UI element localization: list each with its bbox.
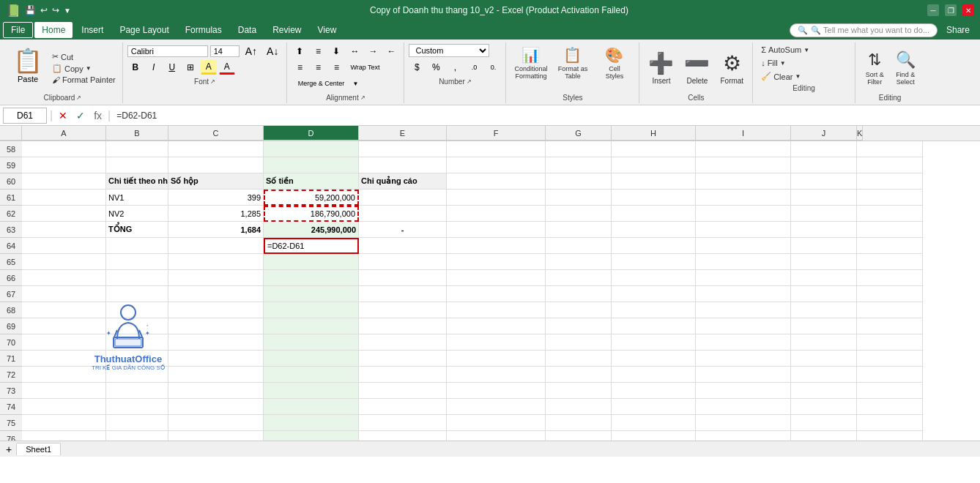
cell-K72[interactable] [857, 367, 923, 383]
underline-button[interactable]: U [164, 60, 180, 75]
cell-K65[interactable] [857, 254, 923, 270]
cell-K66[interactable] [857, 270, 923, 286]
fill-color-button[interactable]: A [201, 60, 217, 75]
cell-F74[interactable] [447, 399, 546, 415]
cell-C71[interactable] [168, 351, 264, 367]
cell-K75[interactable] [857, 415, 923, 431]
cell-H76[interactable] [612, 431, 696, 441]
cell-H64[interactable] [612, 238, 696, 254]
cell-A68[interactable] [22, 302, 106, 318]
cell-I73[interactable] [696, 383, 791, 399]
sheet-tab-sheet1[interactable]: Sheet1 [16, 443, 61, 455]
merge-center-button[interactable]: Merge & Center [292, 76, 350, 91]
cut-button[interactable]: ✂ Cut [50, 51, 118, 62]
cell-C64[interactable] [168, 238, 264, 254]
copy-dropdown-icon[interactable]: ▼ [86, 65, 92, 72]
cell-C68[interactable] [168, 302, 264, 318]
cell-K60[interactable] [857, 173, 923, 190]
col-header-g[interactable]: G [546, 126, 612, 141]
cell-E70[interactable] [359, 334, 447, 351]
cell-C65[interactable] [168, 254, 264, 270]
font-name-input[interactable] [127, 45, 208, 57]
format-painter-button[interactable]: 🖌 Format Painter [50, 75, 118, 85]
cell-H60[interactable] [612, 173, 696, 190]
cell-B76[interactable] [106, 431, 168, 441]
cell-F58[interactable] [447, 141, 546, 157]
minimize-button[interactable]: ─ [927, 4, 939, 16]
conditional-formatting-button[interactable]: 📊 ConditionalFormatting [511, 44, 551, 82]
col-header-h[interactable]: H [612, 126, 696, 141]
cell-H59[interactable] [612, 157, 696, 173]
cell-J61[interactable] [791, 190, 857, 206]
autosum-dropdown[interactable]: ▼ [803, 47, 809, 53]
increase-decimal-icon[interactable]: .0 [466, 60, 482, 75]
cell-F62[interactable] [447, 206, 546, 222]
insert-button[interactable]: ➕ Insert [644, 44, 678, 92]
cell-K68[interactable] [857, 302, 923, 318]
cell-I75[interactable] [696, 415, 791, 431]
row-header-75[interactable]: 75 [0, 415, 22, 431]
cell-F60[interactable] [447, 173, 546, 190]
cell-H68[interactable] [612, 302, 696, 318]
cell-J66[interactable] [791, 270, 857, 286]
formula-input[interactable] [114, 111, 977, 121]
center-align-icon[interactable]: ≡ [310, 60, 326, 75]
cell-K76[interactable] [857, 431, 923, 441]
cell-B65[interactable] [106, 254, 168, 270]
cell-B59[interactable] [106, 157, 168, 173]
cell-A75[interactable] [22, 415, 106, 431]
cell-D65[interactable] [264, 254, 359, 270]
row-header-66[interactable]: 66 [0, 270, 22, 286]
col-header-i[interactable]: I [696, 126, 791, 141]
fill-dropdown[interactable]: ▼ [780, 60, 786, 67]
cell-K67[interactable] [857, 286, 923, 302]
cell-J72[interactable] [791, 367, 857, 383]
cell-B58[interactable] [106, 141, 168, 157]
confirm-formula-button[interactable]: ✓ [73, 108, 88, 123]
row-header-76[interactable]: 76 [0, 431, 22, 441]
row-header-58[interactable]: 58 [0, 141, 22, 157]
cell-G58[interactable] [546, 141, 612, 157]
cell-H74[interactable] [612, 399, 696, 415]
menu-file[interactable]: File [3, 22, 33, 38]
cell-C70[interactable] [168, 334, 264, 351]
cell-G65[interactable] [546, 254, 612, 270]
cell-G66[interactable] [546, 270, 612, 286]
merge-dropdown-icon[interactable]: ▼ [352, 80, 358, 87]
cell-reference-box[interactable]: D61 [3, 108, 47, 124]
sort-filter-button[interactable]: ⇅ Sort &Filter [860, 44, 889, 92]
font-expand-icon[interactable]: ↗ [210, 78, 215, 85]
tell-me-input[interactable]: 🔍 🔍 Tell me what you want to do... [790, 23, 938, 37]
cell-E71[interactable] [359, 351, 447, 367]
cell-D68[interactable] [264, 302, 359, 318]
font-color-button[interactable]: A [219, 60, 235, 75]
cell-J58[interactable] [791, 141, 857, 157]
cell-H67[interactable] [612, 286, 696, 302]
cell-H65[interactable] [612, 254, 696, 270]
customize-qat-icon[interactable]: ▼ [64, 7, 71, 15]
cell-K61[interactable] [857, 190, 923, 206]
cell-G61[interactable] [546, 190, 612, 206]
cell-A58[interactable] [22, 141, 106, 157]
left-align-icon[interactable]: ≡ [292, 60, 308, 75]
cell-J59[interactable] [791, 157, 857, 173]
cell-F70[interactable] [447, 334, 546, 351]
row-header-71[interactable]: 71 [0, 351, 22, 367]
cell-B69[interactable] [106, 318, 168, 334]
cell-C60[interactable]: Số hộp [168, 173, 264, 190]
cell-D59[interactable] [264, 157, 359, 173]
row-header-64[interactable]: 64 [0, 238, 22, 254]
cell-C59[interactable] [168, 157, 264, 173]
cell-B75[interactable] [106, 415, 168, 431]
cell-J74[interactable] [791, 399, 857, 415]
cell-I60[interactable] [696, 173, 791, 190]
cell-styles-button[interactable]: 🎨 CellStyles [594, 44, 634, 82]
cell-H58[interactable] [612, 141, 696, 157]
cell-C58[interactable] [168, 141, 264, 157]
cell-F71[interactable] [447, 351, 546, 367]
cell-J76[interactable] [791, 431, 857, 441]
cell-B74[interactable] [106, 399, 168, 415]
cell-A71[interactable] [22, 351, 106, 367]
cell-J71[interactable] [791, 351, 857, 367]
cell-G60[interactable] [546, 173, 612, 190]
